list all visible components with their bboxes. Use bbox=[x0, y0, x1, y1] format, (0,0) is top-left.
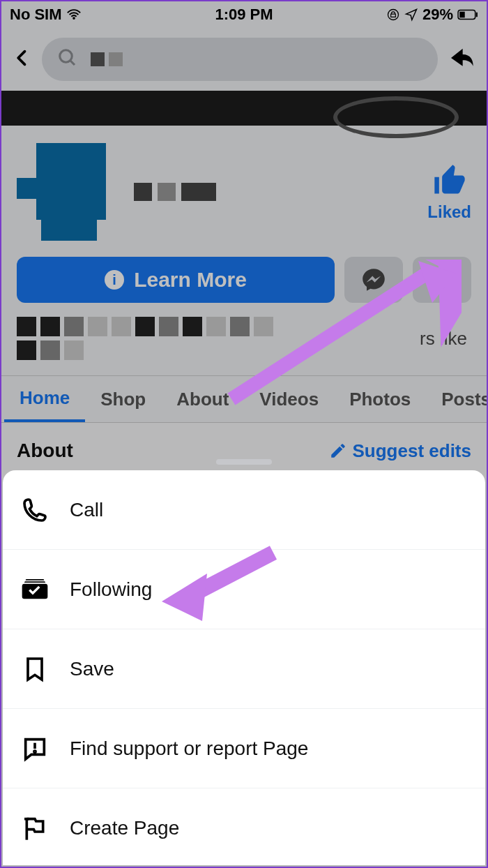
svg-point-0 bbox=[388, 10, 398, 20]
profile-section: Liked i Learn More rs like bbox=[1, 126, 487, 375]
nav-bar bbox=[1, 28, 487, 91]
sheet-item-call[interactable]: Call bbox=[3, 470, 485, 550]
clock: 1:09 PM bbox=[215, 6, 273, 24]
sheet-call-label: Call bbox=[70, 499, 103, 521]
tab-videos[interactable]: Videos bbox=[244, 376, 334, 422]
pencil-icon bbox=[329, 442, 347, 460]
sheet-handle[interactable] bbox=[216, 459, 272, 465]
svg-rect-3 bbox=[476, 13, 478, 17]
status-bar: No SIM 1:09 PM 29% bbox=[1, 1, 487, 28]
tab-shop[interactable]: Shop bbox=[85, 376, 161, 422]
learn-more-label: Learn More bbox=[134, 268, 247, 292]
tab-about[interactable]: About bbox=[161, 376, 244, 422]
info-icon: i bbox=[105, 270, 124, 290]
search-text-redacted bbox=[91, 52, 123, 66]
page-root: No SIM 1:09 PM 29% bbox=[1, 1, 487, 867]
about-label: About bbox=[17, 440, 73, 462]
report-icon bbox=[20, 735, 50, 763]
svg-rect-2 bbox=[459, 12, 465, 18]
phone-icon bbox=[20, 496, 50, 524]
flag-icon bbox=[20, 814, 50, 842]
back-button[interactable] bbox=[13, 48, 32, 70]
sheet-item-following[interactable]: Following bbox=[3, 550, 485, 629]
suggest-edits-label: Suggest edits bbox=[353, 440, 471, 462]
sheet-save-label: Save bbox=[70, 658, 114, 680]
message-button[interactable] bbox=[344, 257, 403, 303]
svg-point-6 bbox=[34, 751, 36, 752]
svg-point-4 bbox=[60, 50, 73, 63]
location-icon bbox=[404, 8, 418, 22]
battery-percent: 29% bbox=[422, 6, 453, 24]
more-options-button[interactable] bbox=[413, 257, 471, 303]
action-sheet: Call Following Save Find support or repo… bbox=[3, 470, 485, 865]
likes-suffix: rs like bbox=[420, 328, 471, 350]
battery-icon bbox=[457, 9, 478, 20]
ellipsis-icon bbox=[429, 277, 455, 283]
liked-button[interactable]: Liked bbox=[427, 162, 471, 222]
messenger-icon bbox=[360, 267, 387, 293]
carrier-label: No SIM bbox=[10, 6, 62, 24]
page-name-redacted bbox=[134, 183, 218, 201]
sheet-item-save[interactable]: Save bbox=[3, 629, 485, 709]
tab-home[interactable]: Home bbox=[4, 376, 85, 422]
learn-more-button[interactable]: i Learn More bbox=[17, 257, 335, 303]
page-tabs: Home Shop About Videos Photos Posts bbox=[1, 375, 487, 423]
search-input[interactable] bbox=[42, 38, 438, 81]
search-icon bbox=[57, 47, 78, 71]
tab-posts[interactable]: Posts bbox=[426, 376, 487, 422]
sheet-item-create-page[interactable]: Create Page bbox=[3, 788, 485, 865]
tab-photos[interactable]: Photos bbox=[334, 376, 426, 422]
following-icon bbox=[20, 576, 50, 604]
share-button[interactable] bbox=[448, 44, 475, 75]
likes-info[interactable]: rs like bbox=[17, 317, 471, 370]
orientation-lock-icon bbox=[386, 8, 400, 22]
wifi-icon bbox=[66, 7, 82, 22]
suggest-edits-button[interactable]: Suggest edits bbox=[329, 440, 471, 462]
cover-photo[interactable] bbox=[1, 91, 487, 126]
sheet-following-label: Following bbox=[70, 578, 152, 601]
profile-avatar[interactable] bbox=[17, 140, 121, 244]
sheet-item-report[interactable]: Find support or report Page bbox=[3, 709, 485, 788]
liked-label: Liked bbox=[427, 202, 471, 222]
sheet-report-label: Find support or report Page bbox=[70, 738, 308, 760]
bookmark-icon bbox=[20, 655, 50, 683]
sheet-create-label: Create Page bbox=[70, 817, 179, 839]
